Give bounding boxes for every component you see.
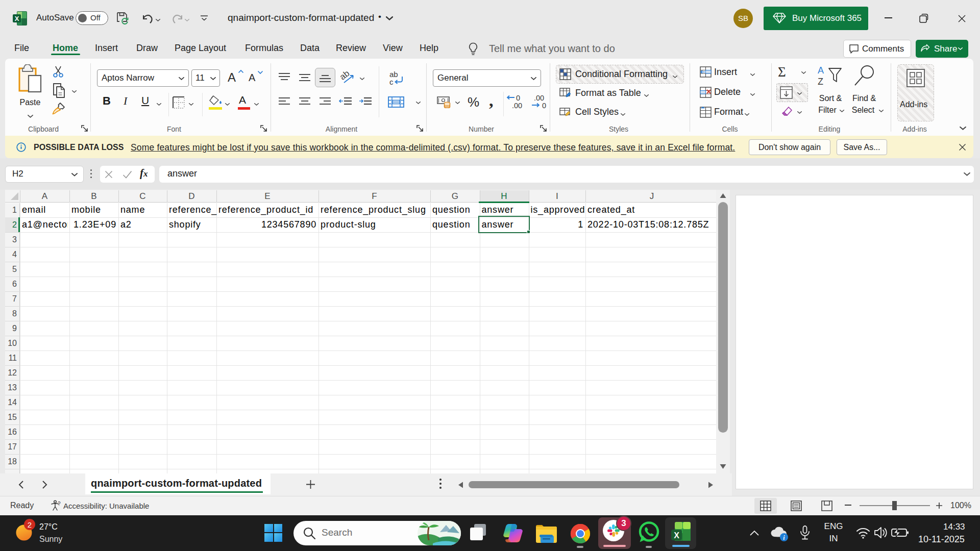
svg-text:Z: Z xyxy=(818,77,823,87)
svg-text:ab: ab xyxy=(340,70,351,82)
svg-text:X: X xyxy=(15,15,19,22)
svg-text:X: X xyxy=(674,531,679,540)
svg-text:.00: .00 xyxy=(534,94,544,102)
svg-text:0: 0 xyxy=(516,94,520,102)
svg-text:?: ? xyxy=(58,501,61,507)
svg-text:2: 2 xyxy=(28,520,32,529)
svg-text:A: A xyxy=(818,65,824,76)
svg-text:0: 0 xyxy=(542,102,546,109)
svg-text:c: c xyxy=(389,78,394,86)
svg-text:.00: .00 xyxy=(512,102,522,109)
